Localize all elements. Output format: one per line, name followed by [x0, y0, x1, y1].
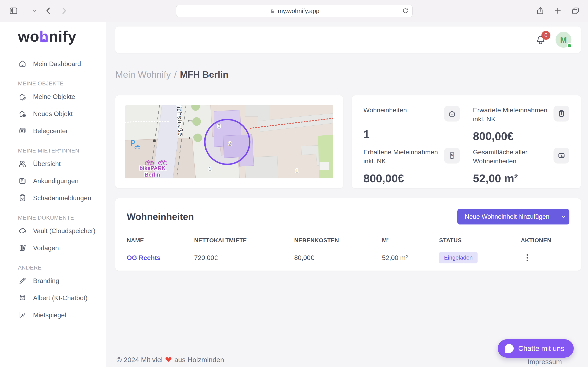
units-table: NAME NETTOKALTMIETE NEBENKOSTEN M² STATU…: [127, 234, 570, 268]
sidebar: wohnify Mein Dashboard MEINE OBJEKTE Mei…: [0, 22, 106, 367]
stat-gesamtflaeche: Gesamtfläche aller Wohneinheiten 52,00 m…: [473, 148, 570, 185]
sidebar-item-label: Meine Objekte: [33, 93, 75, 100]
chart-line-icon: [18, 310, 27, 319]
sidebar-item-label: Ankündigungen: [33, 177, 78, 185]
svg-text:$: $: [561, 112, 562, 115]
sidebar-section-header: ANDERE: [18, 265, 101, 271]
house-plus-icon: [18, 109, 27, 118]
map-building-number: 3: [217, 123, 221, 129]
sidebar-item-mietspiegel[interactable]: Mietspiegel: [18, 307, 101, 324]
stat-wohneinheiten: Wohneinheiten 1: [363, 106, 460, 143]
lock-icon: [269, 8, 275, 14]
sidebar-item-label: Übersicht: [33, 160, 61, 167]
forward-icon[interactable]: [60, 6, 69, 16]
breadcrumb-parent[interactable]: Mein Wohnify: [115, 69, 171, 80]
sidebar-item-vorlagen[interactable]: Vorlagen: [18, 239, 101, 257]
map-parking-label: P: [130, 139, 135, 147]
back-icon[interactable]: [43, 6, 53, 16]
sidebar-item-label: Albert (KI-Chatbot): [33, 294, 87, 302]
main-content: 0 M Mein Wohnify / MFH Berlin: [106, 22, 588, 367]
receipt-stack-icon: [18, 126, 27, 135]
online-status-dot: [567, 43, 572, 48]
sidebar-section-header: MEINE OBJEKTE: [18, 81, 101, 87]
sidebar-item-schadenmeldungen[interactable]: Schadenmeldungen: [18, 189, 101, 207]
heart-icon: ❤: [165, 356, 172, 364]
status-badge: Eingeladen: [439, 252, 477, 263]
col-header-nebenkosten: NEBENKOSTEN: [294, 237, 382, 244]
url-text: my.wohnify.app: [278, 8, 320, 15]
sidebar-item-uebersicht[interactable]: Übersicht: [18, 155, 101, 172]
sidebar-item-neues-objekt[interactable]: Neues Objekt: [18, 105, 101, 122]
svg-text:$: $: [451, 153, 453, 157]
sidebar-item-albert-chatbot[interactable]: Albert (KI-Chatbot): [18, 289, 101, 307]
table-row: OG Rechts 720,00€ 80,00€ 52,00 m² Eingel…: [127, 247, 570, 268]
unit-nettokaltmiete: 720,00€: [194, 254, 294, 262]
add-unit-dropdown[interactable]: [557, 209, 570, 225]
reload-icon[interactable]: [402, 8, 409, 15]
map-tree: [192, 117, 201, 126]
stat-value: 52,00 m²: [473, 172, 570, 185]
cloud-check-icon: [18, 226, 27, 235]
books-icon: [18, 243, 27, 252]
stat-label: Gesamtfläche aller Wohneinheiten: [473, 148, 550, 166]
sidebar-item-label: Mein Dashboard: [33, 60, 81, 68]
map-building-number: 1: [208, 166, 212, 172]
section-title: Wohneinheiten: [127, 211, 457, 222]
chat-widget-button[interactable]: Chatte mit uns: [498, 339, 574, 358]
col-header-aktionen: AKTIONEN: [521, 237, 570, 244]
unit-nebenkosten: 80,00€: [294, 254, 382, 262]
notification-bell-icon[interactable]: 0: [535, 34, 546, 45]
sidebar-item-dashboard[interactable]: Mein Dashboard: [18, 55, 101, 72]
chat-widget-label: Chatte mit uns: [518, 344, 564, 352]
share-icon[interactable]: [536, 6, 545, 15]
new-tab-icon[interactable]: [553, 6, 562, 15]
sidebar-item-branding[interactable]: Branding: [18, 272, 101, 289]
row-actions-menu-icon[interactable]: [521, 254, 535, 261]
sidebar-toggle-icon[interactable]: [9, 6, 18, 16]
map-green-area: [318, 134, 333, 178]
breadcrumb-separator: /: [174, 69, 177, 80]
robot-icon: [18, 293, 27, 302]
sidebar-item-label: Mietspiegel: [33, 311, 66, 319]
sidebar-item-belegcenter[interactable]: Belegcenter: [18, 122, 101, 140]
app-topbar: 0 M: [115, 26, 581, 53]
sidebar-item-label: Vorlagen: [33, 244, 59, 252]
sidebar-item-meine-objekte[interactable]: Meine Objekte: [18, 88, 101, 105]
map-building-number: 1: [295, 167, 298, 174]
tab-overview-icon[interactable]: [571, 6, 580, 15]
stat-label: Wohneinheiten: [363, 106, 407, 122]
wohneinheiten-card: Wohneinheiten Neue Wohneinheit hinzufüge…: [115, 198, 581, 271]
address-bar[interactable]: my.wohnify.app: [176, 5, 413, 17]
impressum-link[interactable]: Impressum: [527, 358, 562, 366]
map-building-number: 2: [228, 141, 231, 147]
breadcrumb: Mein Wohnify / MFH Berlin: [115, 69, 581, 80]
sidebar-item-label: Neues Objekt: [33, 110, 73, 118]
sidebar-item-label: Vault (Cloudspeicher): [33, 227, 95, 235]
col-header-name: NAME: [127, 237, 194, 244]
stat-value: 800,00€: [473, 130, 570, 143]
stat-label: Erwartete Mieteinnahmen inkl. NK: [473, 106, 550, 124]
toolbar-chevron-down-icon[interactable]: [32, 8, 37, 13]
stat-label: Erhaltene Mieteinnahmen inkl. NK: [363, 148, 440, 166]
add-unit-button[interactable]: Neue Wohneinheit hinzufügen: [457, 209, 570, 225]
col-header-m2: M²: [382, 237, 439, 244]
unit-name-link[interactable]: OG Rechts: [127, 254, 194, 262]
units-table-header: NAME NETTOKALTMIETE NEBENKOSTEN M² STATU…: [127, 234, 570, 247]
sidebar-section-header: MEINE DOKUMENTE: [18, 215, 101, 221]
chat-bubble-icon: [505, 344, 514, 353]
clipboard-money-icon: $: [553, 106, 570, 122]
stat-value: 800,00€: [363, 172, 460, 185]
stat-value: 1: [363, 128, 460, 141]
wohnify-logo[interactable]: wohnify: [18, 28, 101, 45]
footer: © 2024 Mit viel ❤ aus Holzminden: [117, 356, 224, 364]
unit-flaeche: 52,00 m²: [382, 254, 439, 262]
map[interactable]: P Friedr: [125, 105, 333, 178]
property-stats-card: Wohneinheiten 1 Erwartete Mieteinnahmen …: [352, 95, 581, 188]
sidebar-item-ankuendigungen[interactable]: Ankündigungen: [18, 172, 101, 189]
avatar[interactable]: M: [555, 32, 571, 48]
sidebar-item-vault[interactable]: Vault (Cloudspeicher): [18, 222, 101, 239]
map-poi-label: bikePARK: [139, 165, 166, 171]
house-edit-icon: [18, 92, 27, 101]
footer-location: aus Holzminden: [174, 356, 224, 364]
browser-toolbar: my.wohnify.app: [0, 0, 588, 22]
